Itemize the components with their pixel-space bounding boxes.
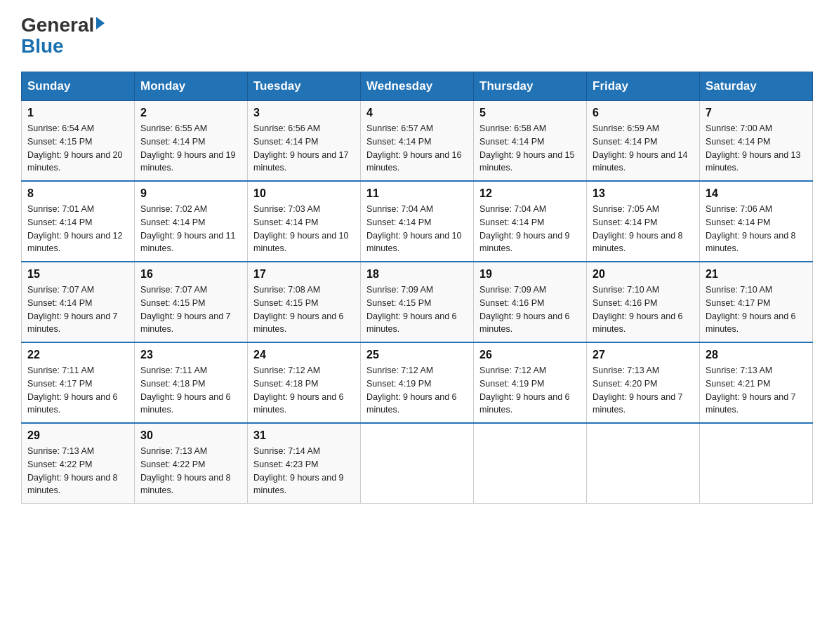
day-info: Sunrise: 7:00 AM Sunset: 4:14 PM Dayligh… (706, 122, 807, 175)
day-number: 7 (706, 107, 807, 119)
day-number: 2 (140, 107, 241, 119)
day-number: 21 (706, 268, 807, 281)
calendar-cell: 8 Sunrise: 7:01 AM Sunset: 4:14 PM Dayli… (22, 181, 135, 262)
calendar-week-row: 22 Sunrise: 7:11 AM Sunset: 4:17 PM Dayl… (22, 342, 813, 423)
calendar-week-row: 29 Sunrise: 7:13 AM Sunset: 4:22 PM Dayl… (22, 423, 813, 504)
day-info: Sunrise: 7:13 AM Sunset: 4:21 PM Dayligh… (706, 364, 807, 417)
calendar-cell: 12 Sunrise: 7:04 AM Sunset: 4:14 PM Dayl… (474, 181, 587, 262)
calendar-cell: 17 Sunrise: 7:08 AM Sunset: 4:15 PM Dayl… (248, 262, 361, 342)
day-number: 17 (253, 268, 355, 281)
calendar-cell: 23 Sunrise: 7:11 AM Sunset: 4:18 PM Dayl… (135, 342, 248, 423)
calendar-cell: 27 Sunrise: 7:13 AM Sunset: 4:20 PM Dayl… (587, 342, 700, 423)
day-info: Sunrise: 6:59 AM Sunset: 4:14 PM Dayligh… (593, 122, 694, 175)
col-wednesday: Wednesday (361, 72, 474, 101)
day-number: 8 (27, 187, 128, 200)
calendar-cell: 3 Sunrise: 6:56 AM Sunset: 4:14 PM Dayli… (248, 101, 361, 182)
day-number: 4 (366, 107, 468, 119)
day-number: 22 (27, 349, 128, 361)
logo-arrow-icon (96, 17, 105, 29)
day-number: 29 (27, 429, 128, 442)
calendar-cell: 28 Sunrise: 7:13 AM Sunset: 4:21 PM Dayl… (700, 342, 813, 423)
calendar-table: Sunday Monday Tuesday Wednesday Thursday… (21, 72, 813, 504)
day-info: Sunrise: 7:02 AM Sunset: 4:14 PM Dayligh… (140, 203, 241, 255)
day-info: Sunrise: 7:12 AM Sunset: 4:18 PM Dayligh… (253, 364, 355, 417)
calendar-cell (587, 423, 700, 504)
calendar-cell: 31 Sunrise: 7:14 AM Sunset: 4:23 PM Dayl… (248, 423, 361, 504)
col-monday: Monday (135, 72, 248, 101)
calendar-cell: 2 Sunrise: 6:55 AM Sunset: 4:14 PM Dayli… (135, 101, 248, 182)
day-number: 14 (706, 187, 807, 200)
calendar-week-row: 8 Sunrise: 7:01 AM Sunset: 4:14 PM Dayli… (22, 181, 813, 262)
day-info: Sunrise: 7:06 AM Sunset: 4:14 PM Dayligh… (706, 203, 807, 255)
calendar-cell: 7 Sunrise: 7:00 AM Sunset: 4:14 PM Dayli… (700, 101, 813, 182)
day-info: Sunrise: 7:04 AM Sunset: 4:14 PM Dayligh… (479, 203, 581, 255)
day-number: 9 (140, 187, 241, 200)
day-info: Sunrise: 7:08 AM Sunset: 4:15 PM Dayligh… (253, 283, 355, 336)
calendar-cell: 18 Sunrise: 7:09 AM Sunset: 4:15 PM Dayl… (361, 262, 474, 342)
calendar-cell: 4 Sunrise: 6:57 AM Sunset: 4:14 PM Dayli… (361, 101, 474, 182)
calendar-cell: 14 Sunrise: 7:06 AM Sunset: 4:14 PM Dayl… (700, 181, 813, 262)
calendar-cell (700, 423, 813, 504)
day-number: 25 (366, 349, 468, 361)
day-number: 12 (479, 187, 581, 200)
day-number: 11 (366, 187, 468, 200)
day-number: 18 (366, 268, 468, 281)
day-info: Sunrise: 7:01 AM Sunset: 4:14 PM Dayligh… (27, 203, 128, 255)
day-info: Sunrise: 7:14 AM Sunset: 4:23 PM Dayligh… (253, 445, 355, 497)
calendar-week-row: 15 Sunrise: 7:07 AM Sunset: 4:14 PM Dayl… (22, 262, 813, 342)
header: General Blue (21, 14, 813, 58)
day-info: Sunrise: 7:05 AM Sunset: 4:14 PM Dayligh… (593, 203, 694, 255)
day-number: 26 (479, 349, 581, 361)
day-number: 5 (479, 107, 581, 119)
calendar-cell: 19 Sunrise: 7:09 AM Sunset: 4:16 PM Dayl… (474, 262, 587, 342)
col-sunday: Sunday (22, 72, 135, 101)
calendar-body: 1 Sunrise: 6:54 AM Sunset: 4:15 PM Dayli… (22, 101, 813, 504)
day-number: 1 (27, 107, 128, 119)
day-info: Sunrise: 7:13 AM Sunset: 4:22 PM Dayligh… (140, 445, 241, 497)
day-number: 13 (593, 187, 694, 200)
day-number: 6 (593, 107, 694, 119)
day-number: 20 (593, 268, 694, 281)
col-thursday: Thursday (474, 72, 587, 101)
calendar-cell: 15 Sunrise: 7:07 AM Sunset: 4:14 PM Dayl… (22, 262, 135, 342)
day-number: 27 (593, 349, 694, 361)
day-info: Sunrise: 7:03 AM Sunset: 4:14 PM Dayligh… (253, 203, 355, 255)
day-number: 28 (706, 349, 807, 361)
day-number: 10 (253, 187, 355, 200)
day-info: Sunrise: 7:10 AM Sunset: 4:17 PM Dayligh… (706, 283, 807, 336)
day-number: 31 (253, 429, 355, 442)
calendar-cell: 13 Sunrise: 7:05 AM Sunset: 4:14 PM Dayl… (587, 181, 700, 262)
col-tuesday: Tuesday (248, 72, 361, 101)
calendar-cell: 22 Sunrise: 7:11 AM Sunset: 4:17 PM Dayl… (22, 342, 135, 423)
calendar-cell (474, 423, 587, 504)
calendar-cell: 30 Sunrise: 7:13 AM Sunset: 4:22 PM Dayl… (135, 423, 248, 504)
day-info: Sunrise: 6:54 AM Sunset: 4:15 PM Dayligh… (27, 122, 128, 175)
day-number: 15 (27, 268, 128, 281)
col-friday: Friday (587, 72, 700, 101)
day-info: Sunrise: 7:11 AM Sunset: 4:18 PM Dayligh… (140, 364, 241, 417)
day-number: 23 (140, 349, 241, 361)
day-info: Sunrise: 7:04 AM Sunset: 4:14 PM Dayligh… (366, 203, 468, 255)
logo: General Blue (21, 14, 105, 58)
logo-blue-row: Blue (21, 35, 64, 58)
calendar-cell: 25 Sunrise: 7:12 AM Sunset: 4:19 PM Dayl… (361, 342, 474, 423)
calendar-cell: 9 Sunrise: 7:02 AM Sunset: 4:14 PM Dayli… (135, 181, 248, 262)
calendar-cell: 26 Sunrise: 7:12 AM Sunset: 4:19 PM Dayl… (474, 342, 587, 423)
day-number: 3 (253, 107, 355, 119)
day-number: 16 (140, 268, 241, 281)
calendar-cell: 24 Sunrise: 7:12 AM Sunset: 4:18 PM Dayl… (248, 342, 361, 423)
calendar-cell: 5 Sunrise: 6:58 AM Sunset: 4:14 PM Dayli… (474, 101, 587, 182)
day-info: Sunrise: 6:57 AM Sunset: 4:14 PM Dayligh… (366, 122, 468, 175)
calendar-cell: 29 Sunrise: 7:13 AM Sunset: 4:22 PM Dayl… (22, 423, 135, 504)
day-info: Sunrise: 7:11 AM Sunset: 4:17 PM Dayligh… (27, 364, 128, 417)
calendar-cell: 11 Sunrise: 7:04 AM Sunset: 4:14 PM Dayl… (361, 181, 474, 262)
logo-row: General (21, 14, 105, 36)
day-number: 24 (253, 349, 355, 361)
day-number: 19 (479, 268, 581, 281)
col-saturday: Saturday (700, 72, 813, 101)
day-info: Sunrise: 7:12 AM Sunset: 4:19 PM Dayligh… (366, 364, 468, 417)
day-info: Sunrise: 7:09 AM Sunset: 4:16 PM Dayligh… (479, 283, 581, 336)
calendar-week-row: 1 Sunrise: 6:54 AM Sunset: 4:15 PM Dayli… (22, 101, 813, 182)
calendar-cell: 10 Sunrise: 7:03 AM Sunset: 4:14 PM Dayl… (248, 181, 361, 262)
calendar-cell: 20 Sunrise: 7:10 AM Sunset: 4:16 PM Dayl… (587, 262, 700, 342)
